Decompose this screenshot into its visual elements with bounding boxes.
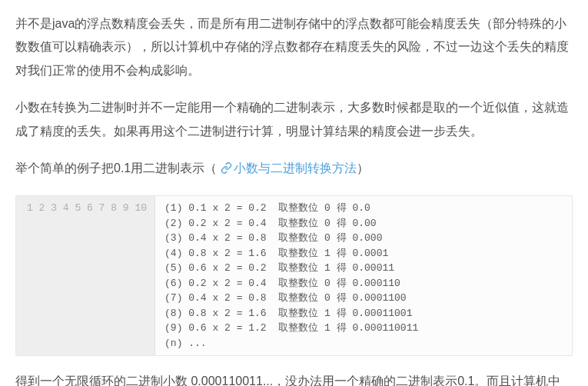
paragraph-3-suffix: ） <box>357 161 369 175</box>
code-lines: (1) 0.1 x 2 = 0.2 取整数位 0 得 0.0 (2) 0.2 x… <box>155 196 572 355</box>
link-icon <box>221 158 232 181</box>
code-gutter: 1 2 3 4 5 6 7 8 9 10 <box>16 196 155 355</box>
paragraph-1: 并不是java的浮点数精度会丢失，而是所有用二进制存储中的浮点数都可能会精度丢失… <box>15 12 573 82</box>
paragraph-4: 得到一个无限循环的二进制小数 0.000110011...，没办法用一个精确的二… <box>15 370 573 386</box>
code-block: 1 2 3 4 5 6 7 8 9 10 (1) 0.1 x 2 = 0.2 取… <box>15 195 573 356</box>
paragraph-2: 小数在转换为二进制时并不一定能用一个精确的二进制表示，大多数时候都是取的一个近似… <box>15 96 573 143</box>
binary-conversion-link[interactable]: 小数与二进制转换方法 <box>221 161 357 175</box>
link-text: 小数与二进制转换方法 <box>234 161 357 175</box>
paragraph-3-prefix: 举个简单的例子把0.1用二进制表示（ <box>15 161 217 175</box>
paragraph-3: 举个简单的例子把0.1用二进制表示（ 小数与二进制转换方法） <box>15 157 573 181</box>
